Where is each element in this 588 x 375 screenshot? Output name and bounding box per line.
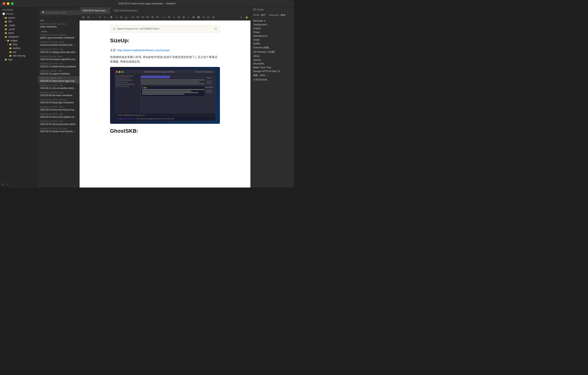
outline-item-evernote[interactable]: Evernote (免费): <box>253 45 291 50</box>
sidebar-item-blog[interactable]: ▼ 📁 blog <box>0 43 38 46</box>
folder-icon: 📁 <box>9 51 12 53</box>
toolbar-ul-btn[interactable]: ☰ <box>177 15 181 20</box>
sidebar-bottom: + − <box>0 181 38 188</box>
toolbar-split-btn[interactable]: ↔ <box>91 15 95 20</box>
file-entry-disqus[interactable]: 2018/9/14 12:22 PM · 247 bytes 2018-08-3… <box>38 127 79 134</box>
outline-item-tinycal[interactable]: 小历(TinyCal): <box>253 77 291 82</box>
folder-icon: 📁 <box>5 32 7 34</box>
file-entry-blog-http2[interactable]: 2018/9/14 12:22 PM · 554 bytes 2018-09-0… <box>38 98 79 105</box>
toolbar-bold-btn[interactable]: B <box>109 15 114 20</box>
tab-kmeans[interactable]: 2018-10-04-kmeans-al... <box>111 7 142 14</box>
sidebar-recent[interactable]: 🕐 Recent <box>0 12 38 16</box>
folder-icon: 📁 <box>5 21 7 23</box>
toolbar-source-btn[interactable]: ⊟ <box>86 15 91 20</box>
sidebar-item-source[interactable]: ▼ 📁 source <box>0 16 38 20</box>
toolbar-codeblock-btn[interactable]: [ ] <box>206 15 211 20</box>
sidebar: FOLDERS 🕐 Recent ▼ 📁 source 📁 404 📁 _dra… <box>0 7 38 188</box>
sidebar-item-drafts[interactable]: 📁 _drafts <box>0 23 38 27</box>
outline-item-ipaste[interactable]: iPaste: <box>253 30 291 34</box>
toolbar-preview-btn[interactable]: ⊞ <box>81 15 86 20</box>
maximize-button[interactable] <box>11 2 14 5</box>
sidebar-item-loading[interactable]: 📁 loading <box>0 46 38 50</box>
screenshot-image: 2018-05-07-best-macos-apps.markdown 2018… <box>110 67 220 124</box>
remove-folder-button[interactable]: − <box>7 182 9 186</box>
toolbar-list-btn[interactable]: ≡ <box>103 15 107 20</box>
toolbar-separator-4 <box>161 16 161 19</box>
outline-item-bartender[interactable]: Bartender 3: <box>253 19 291 23</box>
section-label-drafts: _drafts <box>38 29 79 33</box>
overlay-checkbox[interactable] <box>253 8 256 11</box>
search-input[interactable] <box>46 11 78 14</box>
link-sizeup[interactable]: http://www.irradiatedsoftware.com/sizeup… <box>117 49 170 52</box>
toolbar-h1-btn[interactable]: H1 <box>131 15 135 20</box>
outline-item-gif-brewery[interactable]: GIF Brewery 3 (免费): <box>253 50 291 54</box>
chevron-down-icon: ▼ <box>7 44 9 45</box>
window-title: 2018-05-07-best-macos-apps.markdown — Ed… <box>118 2 176 5</box>
file-entry-ziru[interactable]: 2018/9/14 12:22 PM · 7 KB 2018-09-11-zir… <box>38 83 79 91</box>
paragraph-description: 快捷键快速改变窗口布局, 类似的软件很多(也搞不清楚是谁抄的谁了), 至少这个看… <box>110 55 220 64</box>
toolbar-h2-btn[interactable]: H2 <box>136 15 140 20</box>
file-entry-tablet-tennis[interactable]: 2018/9/27 21:10 PM · 7 KB 2016-07-11-tab… <box>38 62 79 69</box>
tab-best-macos[interactable]: 2018-05-07-best-maco... <box>80 7 111 14</box>
sidebar-item-about[interactable]: 📁 about <box>0 31 38 35</box>
sidebar-item-404[interactable]: 📁 404 <box>0 20 38 23</box>
outline-item-quitter[interactable]: Quitter: <box>253 42 291 45</box>
outline-item-paragon[interactable]: Paragon NTFS for Mac 15: <box>253 69 291 73</box>
outline-item-ghostskb[interactable]: GhostSKB: <box>253 62 291 66</box>
search-wrapper: 🔍 <box>40 10 80 15</box>
toolbar-lock-btn[interactable]: 🔒 <box>244 15 249 20</box>
sidebar-item-posts[interactable]: 📁 _posts <box>0 27 38 31</box>
outline-item-alfred[interactable]: Alfred: <box>253 54 291 58</box>
overlay-toggle[interactable]: Overlay <box>251 7 294 12</box>
sidebar-item-tags[interactable]: 📁 tags <box>0 58 38 61</box>
sidebar-item-pay[interactable]: 📁 pay <box>0 50 38 54</box>
preview-area: @ Search Amazon for '1337290067/3312' ⌘S… <box>110 25 220 135</box>
outline-item-sizeup[interactable]: SizeUp: <box>253 58 291 62</box>
toolbar-h5-btn[interactable]: H5 <box>150 15 155 20</box>
file-entry-hexo-first-pr[interactable]: 2018/9/14 12:22 PM · 4 KB 2018-09-03-hex… <box>38 105 79 112</box>
sidebar-item-site-meta-bg[interactable]: 📁 site-meta-bg <box>0 54 38 58</box>
outline-item-istat[interactable]: iStat Menus 6: <box>253 34 291 38</box>
chevron-down-icon: ▼ <box>5 40 6 42</box>
toolbar-h3-btn[interactable]: H3 <box>140 15 145 20</box>
file-entry-db-index[interactable]: 2018/9/14 12:22 PM · 5 KB 2018-09-08-db-… <box>38 91 79 98</box>
outline-item-jietu[interactable]: 截图（Jietu）： <box>253 73 291 77</box>
outline-item-totalspaces[interactable]: TotalSpaces2: <box>253 23 291 27</box>
toolbar-quote-btn[interactable]: 66 <box>167 15 171 20</box>
sidebar-item-categories[interactable]: 📁 categories <box>0 35 38 39</box>
file-entry-yogurt[interactable]: 2018/9/19 1:44 AM · 3 KB 2016-07-31-yogu… <box>38 69 79 76</box>
toolbar-dash-btn[interactable]: — <box>162 15 166 20</box>
toolbar-check-btn[interactable]: ✓ <box>186 15 191 20</box>
editor-content[interactable]: @ Search Amazon for '1337290067/3312' ⌘S… <box>80 21 251 188</box>
outline-item-better-touch[interactable]: Better Touch Tool: <box>253 66 291 69</box>
toolbar-link-btn[interactable]: ⛓ <box>191 15 196 20</box>
amazon-icon: @ <box>113 27 116 31</box>
toolbar-code-btn[interactable]: <> <box>201 15 206 20</box>
sidebar-item-images[interactable]: ▼ 📁 images <box>0 39 38 43</box>
file-entry-best-macos[interactable]: 2018/9/19 1:36 AM · 6 KB 2018-05-07-best… <box>38 76 79 83</box>
file-entry-django[interactable]: 2018/9/14 12:22 PM · 1 KB 2018-09-11-dja… <box>38 47 79 55</box>
toolbar-table-btn[interactable]: ⊞ <box>181 15 186 20</box>
toolbar-strikethrough-btn[interactable]: S <box>119 15 124 20</box>
paragraph-home: 主页: http://www.irradiatedsoftware.com/si… <box>110 48 220 53</box>
file-entry-index[interactable]: 2018/9/24 11:7 AM · 126 bytes index.mark… <box>38 22 79 29</box>
toolbar-grid-btn[interactable]: ⊞ <box>211 15 216 20</box>
toolbar-image-btn[interactable]: 🖼 <box>196 15 201 20</box>
toolbar-italic-btn[interactable]: I <box>114 15 119 20</box>
file-entry-kmeans[interactable]: 2018/10/4 17:0 PM · 3 KB 2018-10-04-kmea… <box>38 55 79 62</box>
toolbar-h6-btn[interactable]: H6 <box>155 15 160 20</box>
file-entry-hexo-update[interactable]: 2018/9/14 12:22 PM · 4 KB 2018-09-01-hex… <box>38 112 79 120</box>
add-folder-button[interactable]: + <box>2 182 4 186</box>
file-entry-python[interactable]: 2018/9/14 12:22 PM · 66 bytes python-typ… <box>38 33 79 40</box>
toolbar-panel-btn[interactable]: ◻ <box>239 15 244 20</box>
outline-item-copied[interactable]: Copied: <box>253 27 291 30</box>
outline-item-surge[interactable]: Surge: <box>253 38 291 42</box>
toolbar-ol-btn[interactable]: ≡ <box>172 15 176 20</box>
close-button[interactable] <box>3 2 5 5</box>
toolbar-paragraph-btn[interactable]: ¶ <box>98 15 102 20</box>
file-entry-ant-journal[interactable]: 2018/9/14 12:22 PM · 6 KB 2018-09-01-ant… <box>38 120 79 127</box>
minimize-button[interactable] <box>7 2 10 5</box>
toolbar-h4-btn[interactable]: H4 <box>145 15 150 20</box>
file-entry-coursera[interactable]: 2018/9/14 12:22 PM · 15 KB coursera-mach… <box>38 40 79 47</box>
toolbar-underline-btn[interactable]: U <box>124 15 128 20</box>
